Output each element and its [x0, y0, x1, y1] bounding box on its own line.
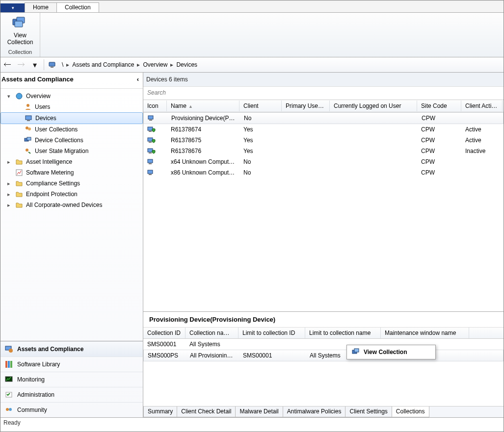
- column-header[interactable]: Collection name▲: [186, 328, 239, 338]
- workspace-monitoring[interactable]: Monitoring: [0, 372, 143, 387]
- table-row[interactable]: R61378675YesCPWActive: [143, 135, 504, 146]
- column-header[interactable]: Maintenance window name: [381, 328, 469, 338]
- table-row[interactable]: Provisioning Device(Pro...NoCPW: [143, 112, 504, 124]
- collection-icon: [12, 16, 28, 32]
- system-tab[interactable]: ▾: [0, 3, 25, 12]
- cell: No: [239, 167, 282, 178]
- table-row[interactable]: SMS00001All Systems: [143, 339, 504, 350]
- cell: [282, 138, 330, 142]
- device-icon: [144, 112, 167, 124]
- detail-tab-client-settings[interactable]: Client Settings: [345, 407, 392, 417]
- cell: Yes: [239, 135, 282, 146]
- expander-icon[interactable]: ▸: [7, 159, 12, 165]
- device-icon: [25, 114, 32, 122]
- column-header[interactable]: Limit to collection name: [305, 328, 381, 338]
- device-icon: [143, 156, 167, 168]
- expander-icon[interactable]: ▸: [7, 180, 12, 187]
- monitor-icon: [4, 375, 13, 384]
- svg-rect-8: [27, 120, 30, 121]
- forward-button[interactable]: 🡒: [14, 58, 28, 72]
- collapse-panel-icon[interactable]: ‹: [137, 76, 139, 86]
- cell: CPW: [418, 113, 462, 124]
- tree-item-compliance-settings[interactable]: ▸Compliance Settings: [0, 178, 143, 189]
- expander-icon[interactable]: ▾: [7, 93, 12, 100]
- column-header[interactable]: Client: [239, 101, 282, 111]
- svg-rect-20: [5, 377, 12, 381]
- tree-item-device-collections[interactable]: Device Collections: [0, 135, 143, 146]
- history-dropdown[interactable]: ▾: [28, 58, 42, 72]
- column-header[interactable]: Primary User(s): [282, 101, 330, 111]
- svg-rect-34: [148, 170, 153, 174]
- workspace-community[interactable]: Community: [0, 402, 143, 417]
- cell: Yes: [239, 146, 282, 156]
- computer-icon: [48, 61, 56, 69]
- table-row[interactable]: x64 Unknown Computer...NoCPW: [143, 156, 504, 167]
- left-panel: Assets and Compliance ‹ ▾OverviewUsersDe…: [0, 73, 143, 417]
- cell: [330, 127, 417, 131]
- workspace-administration[interactable]: Administration: [0, 387, 143, 402]
- column-header[interactable]: Site Code: [417, 101, 461, 111]
- workspace-software-library[interactable]: Software Library: [0, 356, 143, 372]
- table-row[interactable]: x86 Unknown Computer...NoCPW: [143, 167, 504, 178]
- tree-item-label: All Corporate-owned Devices: [26, 202, 102, 208]
- svg-rect-3: [49, 62, 55, 66]
- cell: CPW: [417, 167, 461, 178]
- svg-point-23: [9, 408, 12, 411]
- svg-rect-19: [10, 361, 12, 368]
- detail-tab-antimalware-policies[interactable]: Antimalware Policies: [283, 407, 346, 417]
- tree-item-label: User Collections: [35, 126, 78, 133]
- cell: SMS000PS: [144, 350, 186, 361]
- tree-item-users[interactable]: Users: [0, 102, 143, 112]
- crumb-devices[interactable]: Devices: [176, 61, 197, 68]
- search-input[interactable]: [143, 87, 504, 99]
- cell: Active: [461, 135, 503, 146]
- table-row[interactable]: R61378674YesCPWActive: [143, 124, 504, 135]
- tree-item-all-corporate-owned-devices[interactable]: ▸All Corporate-owned Devices: [0, 200, 143, 210]
- column-header[interactable]: Currently Logged on User: [330, 101, 417, 111]
- tree-item-devices[interactable]: Devices: [0, 112, 143, 124]
- detail-tab-client-check-detail[interactable]: Client Check Detail: [177, 407, 236, 417]
- tree-item-asset-intelligence[interactable]: ▸Asset Intelligence: [0, 156, 143, 167]
- folder-icon: [15, 158, 23, 166]
- cell: [282, 149, 330, 153]
- ribbon: View Collection Collection: [0, 13, 504, 57]
- expander-icon[interactable]: ▸: [7, 191, 12, 198]
- usm-icon: [24, 147, 32, 155]
- table-row[interactable]: SMS000PSAll Provisioning...SMS00001All S…: [143, 350, 504, 361]
- detail-tab-malware-detail[interactable]: Malware Detail: [235, 407, 283, 417]
- crumb-assets[interactable]: Assets and Compliance: [72, 61, 134, 68]
- cell: [239, 342, 305, 346]
- navigation-bar: 🡐 🡒 ▾ \ ▸ Assets and Compliance ▸ Overvi…: [0, 57, 504, 73]
- tab-collection[interactable]: Collection: [56, 2, 99, 12]
- context-view-collection[interactable]: View Collection: [347, 345, 435, 359]
- column-header[interactable]: Icon: [143, 101, 167, 111]
- back-button[interactable]: 🡐: [0, 58, 14, 72]
- cell: Yes: [239, 124, 282, 135]
- list-title: Devices 6 items: [146, 76, 188, 83]
- device-icon: [143, 134, 167, 146]
- tree-item-user-collections[interactable]: User Collections: [0, 124, 143, 135]
- device-icon: [143, 124, 167, 135]
- expander-icon[interactable]: ▸: [7, 202, 12, 208]
- column-header[interactable]: Limit to collection ID: [239, 328, 305, 338]
- column-header[interactable]: Client Activity: [461, 101, 503, 111]
- table-row[interactable]: R61378676YesCPWInactive: [143, 146, 504, 156]
- column-header[interactable]: Collection ID: [143, 328, 186, 338]
- cell: All Systems: [186, 339, 239, 350]
- tree-item-overview[interactable]: ▾Overview: [0, 91, 143, 102]
- detail-tab-collections[interactable]: Collections: [392, 407, 429, 417]
- svg-rect-29: [149, 142, 152, 143]
- tree-item-endpoint-protection[interactable]: ▸Endpoint Protection: [0, 189, 143, 200]
- tab-home[interactable]: Home: [25, 2, 57, 12]
- status-bar: Ready: [0, 417, 504, 432]
- detail-tab-summary[interactable]: Summary: [143, 407, 177, 417]
- view-collection-button[interactable]: View Collection: [5, 15, 35, 47]
- svg-rect-12: [27, 137, 31, 140]
- column-header[interactable]: Name▲: [167, 101, 239, 111]
- crumb-overview[interactable]: Overview: [143, 61, 167, 68]
- tree-item-software-metering[interactable]: Software Metering: [0, 167, 143, 178]
- workspace-assets-and-compliance[interactable]: Assets and Compliance: [0, 341, 143, 356]
- tree-item-user-state-migration[interactable]: User State Migration: [0, 146, 143, 156]
- crumb-root[interactable]: \: [62, 61, 63, 68]
- svg-rect-17: [5, 361, 7, 368]
